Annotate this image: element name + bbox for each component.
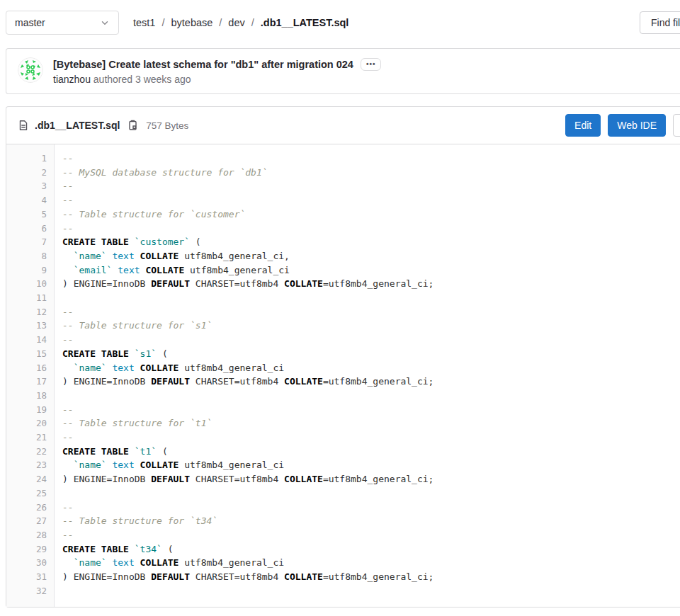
code-line-text: -- — [54, 152, 74, 166]
line-number[interactable]: 30 — [6, 556, 54, 570]
line-number[interactable]: 3 — [6, 179, 54, 193]
code-line-text: `name` text COLLATE utf8mb4_general_ci, — [54, 249, 290, 263]
code-line: 20-- Table structure for `t1` — [6, 416, 680, 430]
line-number[interactable]: 8 — [6, 249, 54, 263]
line-number[interactable]: 26 — [6, 501, 54, 515]
code-line: 1-- — [6, 152, 680, 166]
code-line: 18 — [6, 389, 680, 403]
line-number[interactable]: 15 — [6, 347, 54, 361]
line-number[interactable]: 11 — [6, 291, 54, 305]
code-line-text: -- MySQL database structure for `db1` — [54, 166, 268, 180]
repo-file-toolbar: master test1 / bytebase / dev / .db1__LA… — [0, 0, 680, 45]
code-line-text — [54, 389, 62, 403]
code-line: 22CREATE TABLE `t1` ( — [6, 445, 680, 459]
line-number[interactable]: 29 — [6, 542, 54, 557]
code-line: 16 `name` text COLLATE utf8mb4_general_c… — [6, 361, 680, 375]
line-number[interactable]: 23 — [6, 458, 54, 472]
code-line-text: -- Table structure for `t1` — [54, 416, 212, 430]
code-line-text: CREATE TABLE `customer` ( — [54, 235, 201, 249]
breadcrumb-item-subfolder[interactable]: dev — [228, 17, 244, 28]
breadcrumb-item-folder[interactable]: bytebase — [171, 17, 212, 28]
line-number[interactable]: 22 — [6, 445, 54, 459]
branch-name: master — [15, 17, 45, 28]
line-number[interactable]: 32 — [6, 584, 54, 598]
line-number[interactable]: 13 — [6, 319, 54, 333]
code-line: 21-- — [6, 430, 680, 445]
line-number[interactable]: 28 — [6, 528, 54, 542]
file-header: .db1__LATEST.sql 757 Bytes Edit Web IDE — [6, 107, 680, 144]
line-number[interactable]: 31 — [6, 570, 54, 584]
line-number[interactable]: 10 — [6, 277, 54, 291]
code-line: 31) ENGINE=InnoDB DEFAULT CHARSET=utf8mb… — [6, 570, 680, 584]
code-line: 5-- Table structure for `customer` — [6, 207, 680, 222]
edit-button[interactable]: Edit — [565, 114, 601, 137]
code-line-text: -- Table structure for `s1` — [54, 319, 212, 333]
code-line-text: `name` text COLLATE utf8mb4_general_ci — [54, 556, 284, 570]
find-file-button[interactable]: Find file — [640, 11, 680, 34]
commit-authored-ago: authored 3 weeks ago — [94, 74, 191, 85]
line-number[interactable]: 6 — [6, 222, 54, 236]
code-line: 28-- — [6, 528, 680, 542]
line-number[interactable]: 12 — [6, 305, 54, 319]
code-line: 32 — [6, 584, 680, 598]
breadcrumb-separator: / — [162, 17, 164, 28]
file-name: .db1__LATEST.sql — [35, 120, 120, 131]
code-line: 11 — [6, 291, 680, 305]
code-line-text: -- — [54, 528, 74, 542]
code-line-text: -- Table structure for `customer` — [54, 207, 245, 222]
code-line-text: CREATE TABLE `t1` ( — [54, 445, 168, 459]
line-number[interactable]: 5 — [6, 207, 54, 222]
code-line: 9 `email` text COLLATE utf8mb4_general_c… — [6, 263, 680, 278]
code-line: 25 — [6, 486, 680, 501]
copy-file-path-icon[interactable] — [126, 118, 140, 132]
line-number[interactable]: 27 — [6, 514, 54, 528]
ellipsis-icon: ••• — [366, 61, 376, 68]
line-number[interactable]: 16 — [6, 361, 54, 375]
code-line-text: -- — [54, 222, 74, 236]
breadcrumb-separator: / — [219, 17, 222, 28]
code-line-text: -- — [54, 179, 74, 193]
line-number[interactable]: 19 — [6, 403, 54, 417]
download-button[interactable] — [673, 114, 680, 137]
code-line: 3-- — [6, 179, 680, 193]
line-number[interactable]: 1 — [6, 152, 54, 166]
code-line: 27-- Table structure for `t34` — [6, 514, 680, 528]
code-line: 15CREATE TABLE `s1` ( — [6, 347, 680, 361]
code-line-text: CREATE TABLE `s1` ( — [54, 347, 168, 361]
commit-title-link[interactable]: [Bytebase] Create latest schema for "db1… — [53, 59, 353, 70]
line-number[interactable]: 2 — [6, 166, 54, 180]
code-line-text — [54, 291, 62, 305]
code-line-text: ) ENGINE=InnoDB DEFAULT CHARSET=utf8mb4 … — [54, 472, 434, 486]
line-number[interactable]: 21 — [6, 430, 54, 445]
chevron-down-icon — [100, 18, 110, 28]
breadcrumb-current-file: .db1__LATEST.sql — [261, 17, 349, 28]
commit-author-link[interactable]: tianzhou — [53, 74, 91, 85]
code-line: 10) ENGINE=InnoDB DEFAULT CHARSET=utf8mb… — [6, 277, 680, 291]
code-line-text: -- — [54, 333, 74, 347]
branch-selector[interactable]: master — [6, 11, 119, 35]
code-line: 14-- — [6, 333, 680, 347]
code-line-text: `email` text COLLATE utf8mb4_general_ci — [54, 263, 290, 278]
line-number[interactable]: 20 — [6, 416, 54, 430]
line-number[interactable]: 25 — [6, 486, 54, 501]
web-ide-button[interactable]: Web IDE — [608, 114, 666, 137]
line-number[interactable]: 24 — [6, 472, 54, 486]
breadcrumb: test1 / bytebase / dev / .db1__LATEST.sq… — [133, 17, 348, 28]
commit-meta: tianzhou authored 3 weeks ago — [53, 74, 381, 85]
line-number[interactable]: 14 — [6, 333, 54, 347]
toggle-commit-description-button[interactable]: ••• — [361, 58, 382, 71]
file-actions: Edit Web IDE — [565, 114, 680, 137]
line-number[interactable]: 18 — [6, 389, 54, 403]
line-number[interactable]: 4 — [6, 193, 54, 207]
code-line: 17) ENGINE=InnoDB DEFAULT CHARSET=utf8mb… — [6, 375, 680, 389]
line-number[interactable]: 7 — [6, 235, 54, 249]
code-line-text: ) ENGINE=InnoDB DEFAULT CHARSET=utf8mb4 … — [54, 570, 434, 584]
breadcrumb-item-repo[interactable]: test1 — [133, 17, 155, 28]
code-line: 23 `name` text COLLATE utf8mb4_general_c… — [6, 458, 680, 472]
code-line-text: -- Table structure for `t34` — [54, 514, 217, 528]
code-line-text: `name` text COLLATE utf8mb4_general_ci — [54, 458, 284, 472]
file-blob-card: .db1__LATEST.sql 757 Bytes Edit Web IDE … — [6, 106, 680, 608]
line-number[interactable]: 9 — [6, 263, 54, 278]
line-number[interactable]: 17 — [6, 375, 54, 389]
code-line-text: -- — [54, 501, 74, 515]
